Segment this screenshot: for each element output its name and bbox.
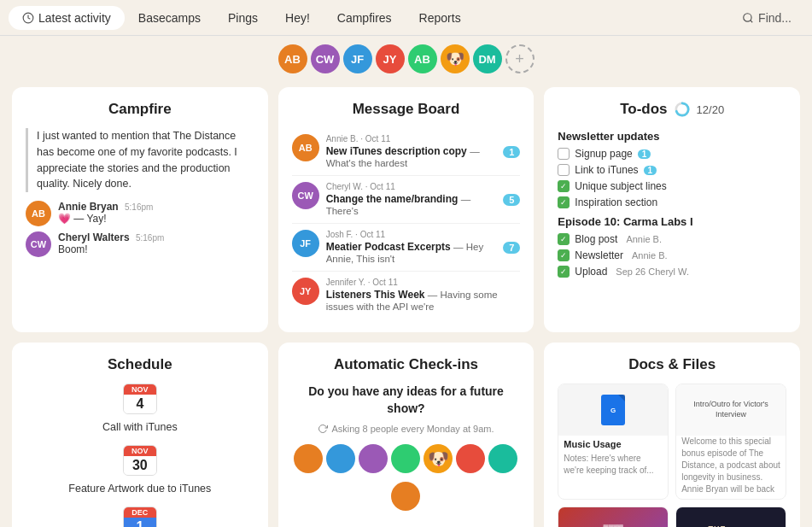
- chat-entry: AB Annie Bryan 5:16pm 💗 — Yay!: [26, 201, 254, 226]
- avatar: CW: [292, 182, 319, 209]
- find-button[interactable]: Find...: [730, 7, 803, 29]
- top-navigation: Latest activity Basecamps Pings Hey! Cam…: [0, 0, 812, 36]
- checkin-avatars: 🐶: [292, 444, 521, 473]
- nav-campfires[interactable]: Campfires: [324, 6, 406, 30]
- checkbox[interactable]: ✓: [558, 196, 570, 208]
- todo-label: Link to iTunes: [575, 164, 638, 176]
- avatar[interactable]: JY: [376, 44, 405, 73]
- msg-count: 5: [503, 194, 520, 206]
- todo-label: Unique subject lines: [575, 180, 666, 192]
- msg-title: Listeners This Week — Having some issues…: [326, 289, 521, 313]
- todo-item[interactable]: Signup page 1: [558, 148, 786, 160]
- avatar: [456, 444, 485, 473]
- nav-latest-activity[interactable]: Latest activity: [9, 6, 125, 30]
- msg-title: Change the name/branding — There's: [326, 193, 497, 217]
- docs-title: Docs & Files: [558, 356, 786, 373]
- checkbox[interactable]: [558, 164, 570, 176]
- cal-day: 4: [124, 395, 156, 413]
- clock-icon: [22, 12, 34, 24]
- avatar: AB: [292, 134, 319, 161]
- google-doc-icon: G: [601, 395, 625, 425]
- checkin-sub: Asking 8 people every Monday at 9am.: [292, 424, 521, 434]
- checkbox[interactable]: ✓: [558, 233, 570, 245]
- nav-pings[interactable]: Pings: [214, 6, 272, 30]
- todos-progress: 12/20: [697, 103, 725, 116]
- todo-item[interactable]: ✓ Upload Sep 26 Cheryl W.: [558, 266, 786, 278]
- msg-meta: Cheryl W. · Oct 11: [326, 182, 497, 191]
- avatar: [326, 444, 355, 473]
- calendar-block: Nov 30: [123, 445, 157, 476]
- chat-time: 5:16pm: [136, 233, 164, 243]
- svg-line-2: [751, 20, 753, 22]
- schedule-event[interactable]: Nov 4 Call with iTunes: [26, 384, 254, 433]
- checkbox[interactable]: ✓: [558, 180, 570, 192]
- todo-badge: 1: [638, 149, 651, 159]
- campfire-title: Campfire: [26, 101, 254, 118]
- todo-item[interactable]: ✓ Newsletter Annie B.: [558, 249, 786, 261]
- avatar[interactable]: JF: [343, 44, 372, 73]
- doc-item[interactable]: ▓▓▓▓ ▓ ▓ Final Cove...: [558, 507, 669, 527]
- message-entry[interactable]: JY Jennifer Y. · Oct 11 Listeners This W…: [292, 272, 521, 319]
- todos-card: To-dos 12/20 Newsletter updates Signup p…: [544, 87, 800, 332]
- event-label: Call with iTunes: [26, 421, 254, 433]
- cal-month: Dec: [124, 507, 156, 518]
- avatar: AB: [26, 201, 51, 226]
- todo-item[interactable]: Link to iTunes 1: [558, 164, 786, 176]
- message-entry[interactable]: AB Annie B. · Oct 11 New iTunes descript…: [292, 128, 521, 176]
- add-person-button[interactable]: +: [505, 44, 535, 73]
- doc-thumb: G: [558, 384, 668, 436]
- todo-sub: Sep 26 Cheryl W.: [616, 266, 689, 277]
- todo-section-title: Episode 10: Carma Labs I: [558, 215, 786, 228]
- cal-day: 30: [124, 456, 156, 475]
- search-icon: [742, 12, 754, 24]
- schedule-event[interactable]: Nov 30 Feature Artwork due to iTunes: [26, 445, 254, 495]
- avatar[interactable]: AB: [278, 44, 307, 73]
- cal-day: 1: [124, 518, 156, 527]
- avatar[interactable]: 🐶: [441, 44, 470, 73]
- msg-meta: Annie B. · Oct 11: [326, 134, 497, 143]
- doc-item[interactable]: G Music Usage Notes: Here's where we're …: [558, 384, 669, 500]
- avatar: [391, 444, 420, 473]
- cal-month: Nov: [124, 384, 156, 395]
- doc-thumb: THEDISTANCE: [676, 507, 786, 527]
- refresh-icon: [318, 424, 328, 434]
- main-grid: Campfire I just wanted to mention that T…: [0, 80, 812, 527]
- todo-item[interactable]: ✓ Unique subject lines: [558, 180, 786, 192]
- nav-basecamps[interactable]: Basecamps: [125, 6, 214, 30]
- checkin-single-avatar: [292, 482, 521, 511]
- checkbox[interactable]: ✓: [558, 249, 570, 261]
- avatar: [391, 482, 420, 511]
- avatar: CW: [26, 231, 51, 257]
- nav-reports[interactable]: Reports: [406, 6, 475, 30]
- chat-name: Cheryl Walters: [58, 231, 130, 243]
- todos-header: To-dos 12/20: [558, 101, 786, 118]
- svg-point-1: [744, 13, 751, 20]
- calendar-block: Dec 1: [123, 507, 157, 527]
- avatar: [294, 444, 323, 473]
- avatar[interactable]: DM: [473, 44, 502, 73]
- todo-item[interactable]: ✓ Blog post Annie B.: [558, 233, 786, 245]
- checkins-card: Automatic Check-ins Do you have any idea…: [278, 343, 535, 527]
- msg-count: 1: [503, 146, 520, 158]
- calendar-block: Nov 4: [123, 384, 157, 414]
- msg-meta: Josh F. · Oct 11: [326, 230, 497, 239]
- chat-time: 5:16pm: [125, 202, 153, 212]
- chat-name: Annie Bryan: [58, 201, 119, 213]
- avatar[interactable]: CW: [311, 44, 340, 73]
- avatar: JY: [292, 278, 319, 305]
- doc-item[interactable]: THEDISTANCE cover3.jpg: [675, 507, 786, 527]
- message-entry[interactable]: JF Josh F. · Oct 11 Meatier Podcast Exce…: [292, 224, 521, 272]
- todo-label: Signup page: [575, 148, 632, 160]
- checkbox[interactable]: [558, 148, 570, 160]
- checkbox[interactable]: ✓: [558, 266, 570, 278]
- schedule-title: Schedule: [26, 356, 254, 373]
- avatar[interactable]: AB: [408, 44, 437, 73]
- doc-sub: Notes: Here's where we're keeping track …: [558, 453, 668, 480]
- doc-item[interactable]: Intro/Outro for Victor's Interview Welco…: [675, 384, 786, 500]
- todos-title: To-dos: [620, 101, 667, 118]
- schedule-event[interactable]: Dec 1 Interview with Dan: [26, 507, 254, 527]
- todo-item[interactable]: ✓ Inspiration section: [558, 196, 786, 208]
- nav-hey[interactable]: Hey!: [272, 6, 324, 30]
- doc-label: Music Usage: [558, 436, 668, 453]
- message-entry[interactable]: CW Cheryl W. · Oct 11 Change the name/br…: [292, 176, 521, 224]
